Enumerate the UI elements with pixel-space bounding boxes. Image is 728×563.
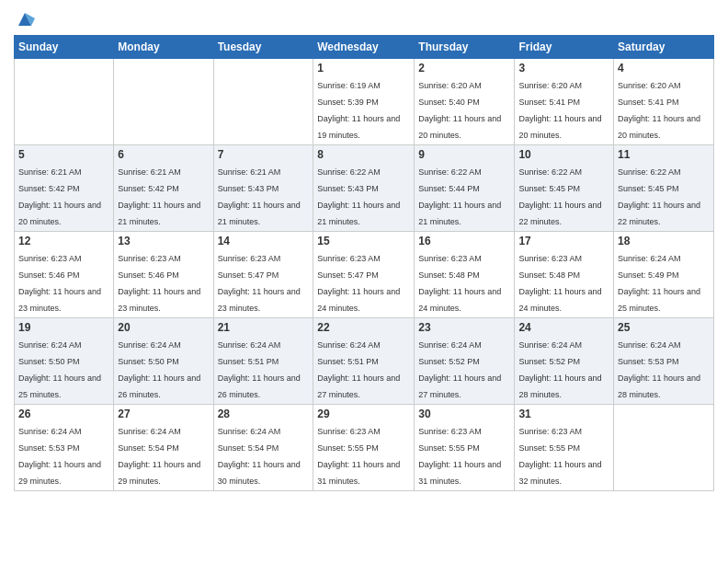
day-info: Sunrise: 6:20 AM Sunset: 5:41 PM Dayligh… (518, 81, 601, 140)
day-info: Sunrise: 6:24 AM Sunset: 5:49 PM Dayligh… (618, 254, 700, 313)
day-info: Sunrise: 6:22 AM Sunset: 5:43 PM Dayligh… (317, 167, 400, 226)
calendar-cell: 23Sunrise: 6:24 AM Sunset: 5:52 PM Dayli… (415, 318, 515, 405)
day-info: Sunrise: 6:23 AM Sunset: 5:47 PM Dayligh… (218, 254, 301, 313)
day-number: 31 (518, 408, 609, 420)
calendar-cell (614, 405, 714, 491)
day-info: Sunrise: 6:24 AM Sunset: 5:52 PM Dayligh… (418, 340, 501, 399)
day-info: Sunrise: 6:23 AM Sunset: 5:48 PM Dayligh… (518, 254, 601, 313)
day-header: Sunday (15, 36, 114, 59)
day-number: 29 (317, 408, 410, 420)
page: SundayMondayTuesdayWednesdayThursdayFrid… (0, 0, 728, 563)
day-info: Sunrise: 6:24 AM Sunset: 5:51 PM Dayligh… (218, 340, 301, 399)
day-number: 8 (317, 148, 410, 161)
calendar-cell: 13Sunrise: 6:23 AM Sunset: 5:46 PM Dayli… (114, 232, 213, 318)
day-number: 10 (518, 148, 609, 161)
calendar-cell: 6Sunrise: 6:21 AM Sunset: 5:42 PM Daylig… (114, 145, 213, 232)
day-info: Sunrise: 6:19 AM Sunset: 5:39 PM Dayligh… (317, 81, 400, 140)
calendar-cell: 26Sunrise: 6:24 AM Sunset: 5:53 PM Dayli… (15, 405, 114, 491)
day-number: 7 (218, 148, 310, 161)
day-number: 23 (418, 321, 510, 334)
calendar-cell: 24Sunrise: 6:24 AM Sunset: 5:52 PM Dayli… (515, 318, 614, 405)
calendar-cell: 2Sunrise: 6:20 AM Sunset: 5:40 PM Daylig… (415, 59, 515, 145)
day-number: 24 (518, 321, 609, 334)
day-info: Sunrise: 6:22 AM Sunset: 5:45 PM Dayligh… (618, 167, 700, 226)
calendar-cell: 8Sunrise: 6:22 AM Sunset: 5:43 PM Daylig… (313, 145, 415, 232)
day-number: 21 (218, 321, 310, 334)
day-number: 3 (518, 62, 609, 75)
day-header: Wednesday (313, 36, 415, 59)
day-number: 6 (118, 148, 209, 161)
day-info: Sunrise: 6:21 AM Sunset: 5:42 PM Dayligh… (18, 167, 101, 226)
day-info: Sunrise: 6:23 AM Sunset: 5:48 PM Dayligh… (418, 254, 501, 313)
day-number: 28 (218, 408, 310, 420)
calendar-cell (114, 59, 213, 145)
calendar-cell: 27Sunrise: 6:24 AM Sunset: 5:54 PM Dayli… (114, 405, 213, 491)
day-number: 25 (618, 321, 710, 334)
calendar-cell: 4Sunrise: 6:20 AM Sunset: 5:41 PM Daylig… (614, 59, 714, 145)
day-info: Sunrise: 6:21 AM Sunset: 5:43 PM Dayligh… (218, 167, 301, 226)
day-number: 2 (418, 62, 510, 75)
calendar-cell: 31Sunrise: 6:23 AM Sunset: 5:55 PM Dayli… (515, 405, 614, 491)
day-info: Sunrise: 6:24 AM Sunset: 5:52 PM Dayligh… (518, 340, 601, 399)
calendar-cell: 14Sunrise: 6:23 AM Sunset: 5:47 PM Dayli… (213, 232, 313, 318)
day-number: 20 (118, 321, 209, 334)
calendar-cell: 19Sunrise: 6:24 AM Sunset: 5:50 PM Dayli… (15, 318, 114, 405)
day-header: Saturday (614, 36, 714, 59)
day-number: 13 (118, 235, 209, 247)
calendar-cell: 12Sunrise: 6:23 AM Sunset: 5:46 PM Dayli… (15, 232, 114, 318)
calendar-cell: 21Sunrise: 6:24 AM Sunset: 5:51 PM Dayli… (213, 318, 313, 405)
calendar-cell: 22Sunrise: 6:24 AM Sunset: 5:51 PM Dayli… (313, 318, 415, 405)
day-number: 22 (317, 321, 410, 334)
day-header: Friday (515, 36, 614, 59)
day-info: Sunrise: 6:20 AM Sunset: 5:40 PM Dayligh… (418, 81, 501, 140)
day-number: 14 (218, 235, 310, 247)
header-row: SundayMondayTuesdayWednesdayThursdayFrid… (15, 36, 714, 59)
day-info: Sunrise: 6:24 AM Sunset: 5:50 PM Dayligh… (18, 340, 101, 399)
calendar-cell: 1Sunrise: 6:19 AM Sunset: 5:39 PM Daylig… (313, 59, 415, 145)
week-row: 12Sunrise: 6:23 AM Sunset: 5:46 PM Dayli… (15, 232, 714, 318)
day-info: Sunrise: 6:23 AM Sunset: 5:47 PM Dayligh… (317, 254, 400, 313)
day-number: 16 (418, 235, 510, 247)
calendar-cell: 30Sunrise: 6:23 AM Sunset: 5:55 PM Dayli… (415, 405, 515, 491)
day-info: Sunrise: 6:24 AM Sunset: 5:54 PM Dayligh… (118, 427, 200, 486)
logo-icon (15, 9, 35, 29)
calendar-cell: 16Sunrise: 6:23 AM Sunset: 5:48 PM Dayli… (415, 232, 515, 318)
day-info: Sunrise: 6:22 AM Sunset: 5:45 PM Dayligh… (518, 167, 601, 226)
week-row: 5Sunrise: 6:21 AM Sunset: 5:42 PM Daylig… (15, 145, 714, 232)
calendar-cell: 9Sunrise: 6:22 AM Sunset: 5:44 PM Daylig… (415, 145, 515, 232)
calendar-cell: 25Sunrise: 6:24 AM Sunset: 5:53 PM Dayli… (614, 318, 714, 405)
calendar-cell: 11Sunrise: 6:22 AM Sunset: 5:45 PM Dayli… (614, 145, 714, 232)
day-number: 26 (18, 408, 109, 420)
day-header: Thursday (415, 36, 515, 59)
day-number: 30 (418, 408, 510, 420)
calendar-cell (15, 59, 114, 145)
week-row: 19Sunrise: 6:24 AM Sunset: 5:50 PM Dayli… (15, 318, 714, 405)
day-info: Sunrise: 6:23 AM Sunset: 5:55 PM Dayligh… (418, 427, 501, 486)
calendar-cell: 5Sunrise: 6:21 AM Sunset: 5:42 PM Daylig… (15, 145, 114, 232)
day-number: 9 (418, 148, 510, 161)
day-header: Tuesday (213, 36, 313, 59)
calendar-cell: 17Sunrise: 6:23 AM Sunset: 5:48 PM Dayli… (515, 232, 614, 318)
calendar-cell (213, 59, 313, 145)
day-info: Sunrise: 6:23 AM Sunset: 5:46 PM Dayligh… (118, 254, 200, 313)
day-number: 15 (317, 235, 410, 247)
week-row: 1Sunrise: 6:19 AM Sunset: 5:39 PM Daylig… (15, 59, 714, 145)
header (14, 9, 714, 28)
day-number: 1 (317, 62, 410, 75)
day-info: Sunrise: 6:23 AM Sunset: 5:46 PM Dayligh… (18, 254, 101, 313)
day-info: Sunrise: 6:24 AM Sunset: 5:54 PM Dayligh… (218, 427, 301, 486)
day-info: Sunrise: 6:20 AM Sunset: 5:41 PM Dayligh… (618, 81, 700, 140)
day-info: Sunrise: 6:23 AM Sunset: 5:55 PM Dayligh… (317, 427, 400, 486)
calendar-cell: 7Sunrise: 6:21 AM Sunset: 5:43 PM Daylig… (213, 145, 313, 232)
day-info: Sunrise: 6:24 AM Sunset: 5:53 PM Dayligh… (618, 340, 700, 399)
calendar-cell: 15Sunrise: 6:23 AM Sunset: 5:47 PM Dayli… (313, 232, 415, 318)
day-number: 11 (618, 148, 710, 161)
calendar-cell: 28Sunrise: 6:24 AM Sunset: 5:54 PM Dayli… (213, 405, 313, 491)
day-number: 17 (518, 235, 609, 247)
day-info: Sunrise: 6:21 AM Sunset: 5:42 PM Dayligh… (118, 167, 200, 226)
day-number: 5 (18, 148, 109, 161)
day-info: Sunrise: 6:24 AM Sunset: 5:50 PM Dayligh… (118, 340, 200, 399)
day-number: 12 (18, 235, 109, 247)
day-info: Sunrise: 6:23 AM Sunset: 5:55 PM Dayligh… (518, 427, 601, 486)
calendar-cell: 3Sunrise: 6:20 AM Sunset: 5:41 PM Daylig… (515, 59, 614, 145)
